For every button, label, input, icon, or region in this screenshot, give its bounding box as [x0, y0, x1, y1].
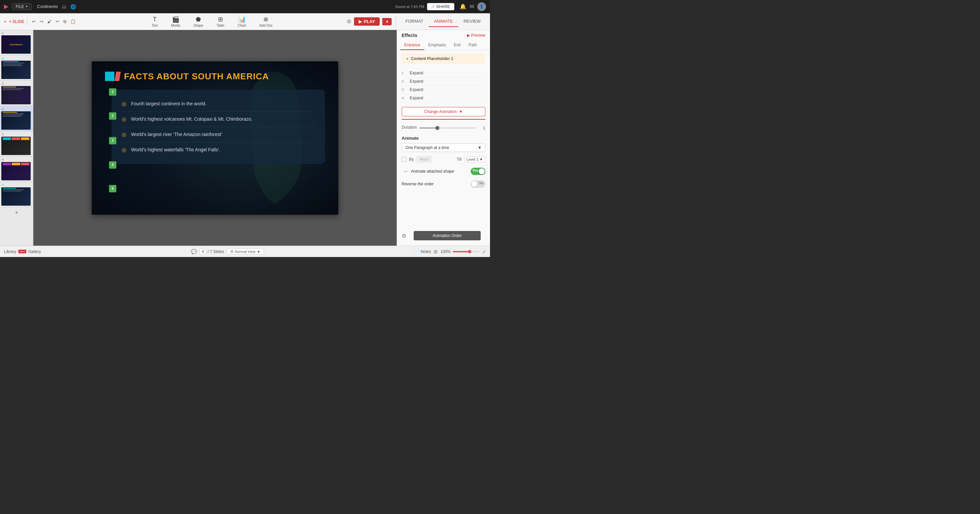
till-label: Till: [457, 157, 462, 162]
scissors-button[interactable]: ✂: [54, 18, 61, 25]
play-dropdown-button[interactable]: ▼: [382, 18, 392, 25]
user-avatar[interactable]: 👤: [477, 2, 486, 11]
globe-icon[interactable]: 🌐: [70, 4, 76, 10]
library-button[interactable]: Library New: [4, 249, 26, 254]
tab-format[interactable]: FORMAT: [400, 16, 429, 27]
change-animation-button[interactable]: Change Animation ▼: [402, 107, 485, 116]
toolbar-media-item[interactable]: 🎬 Media: [168, 14, 183, 29]
redo-button[interactable]: ↪: [38, 18, 45, 25]
facts-box[interactable]: ◎ Fourth largest continent in the world.…: [112, 90, 325, 164]
bottom-bar: Library New Gallery 💬 4 / 7 Slides ⊟ Nor…: [0, 246, 490, 257]
cp-title: Content Placeholder 1: [411, 56, 453, 61]
accent-bar: [105, 72, 120, 81]
expand-item-3[interactable]: 3 Expand: [402, 86, 485, 94]
animate-title: Animate: [402, 136, 485, 141]
notification-icon[interactable]: 🔔: [460, 3, 466, 10]
add-slide-button[interactable]: + + SLIDE: [4, 19, 24, 24]
tab-exit[interactable]: Exit: [450, 41, 465, 50]
play-button[interactable]: ▶ PLAY: [354, 18, 380, 25]
duration-slider[interactable]: [419, 127, 476, 129]
tab-review[interactable]: REVIEW: [458, 16, 486, 27]
preview-button[interactable]: ▶ Preview: [467, 33, 485, 38]
cp-header: ▼ Content Placeholder 1: [406, 56, 481, 61]
bottom-left: Library New Gallery: [4, 249, 41, 254]
toolbar-right: ⚙ ▶ PLAY ▼: [347, 18, 392, 25]
slide-thumb-7[interactable]: 7: [0, 182, 33, 207]
slide-7-preview: [2, 187, 31, 206]
animate-paragraph-dropdown[interactable]: One Paragraph at a time ▼: [402, 143, 485, 152]
expand-item-4[interactable]: 4 Expand: [402, 94, 485, 102]
toolbar-chart-item[interactable]: 📊 Chart: [235, 14, 248, 29]
slide-thumb-1[interactable]: 1 CONTINENTS: [0, 30, 33, 55]
app-logo: ▶: [4, 3, 8, 10]
folder-icon[interactable]: 🗂: [62, 4, 66, 10]
animate-shape-row: → Animate attached shape Yes: [397, 165, 490, 178]
chart-toolbar-icon: 📊: [238, 16, 246, 23]
title-white: FACTS ABOUT: [124, 71, 192, 81]
toolbar-addons-item[interactable]: ⊕ Add-Ons: [257, 14, 275, 29]
file-menu-button[interactable]: FILE ▼: [12, 3, 32, 10]
effects-tabs: Entrance Emphasis Exit Path: [397, 41, 490, 50]
toolbar-text-item[interactable]: T Text: [149, 15, 160, 29]
saved-status: Saved at 7:45 PM: [395, 5, 424, 9]
toolbar-shape-item[interactable]: ⬟ Shape: [191, 14, 206, 29]
expand-item-1[interactable]: 1 Expand: [402, 69, 485, 77]
toolbar-table-item[interactable]: ⊞ Table: [214, 14, 227, 29]
tab-entrance[interactable]: Entrance: [400, 41, 424, 50]
bottom-center: 💬 4 / 7 Slides ⊟ Normal View ▼: [191, 248, 264, 255]
add-slide-icon-btn[interactable]: +: [0, 207, 33, 218]
undo-button[interactable]: ↩: [30, 18, 38, 25]
slide-thumb-3[interactable]: 3: [0, 81, 33, 106]
settings-gear-icon[interactable]: ⚙: [402, 233, 406, 239]
tab-animate[interactable]: ANIMATE: [429, 16, 458, 27]
tab-path[interactable]: Path: [465, 41, 481, 50]
slide-thumb-2[interactable]: 2: [0, 55, 33, 81]
animation-order-button[interactable]: Animation Order: [414, 231, 480, 240]
fact-2: ◎ World's highest volcanoes Mt. Cotopaxi…: [122, 112, 315, 127]
play-triangle-icon: ▶: [359, 19, 362, 24]
top-right-icons: 🔔 ✉ 👤: [460, 2, 486, 11]
gallery-button[interactable]: Gallery: [28, 249, 41, 254]
paint-button[interactable]: 🖌: [45, 18, 54, 25]
by-checkbox[interactable]: [402, 157, 406, 162]
chat-icon[interactable]: 💬: [191, 249, 197, 254]
zoom-slider[interactable]: [453, 251, 479, 252]
fullscreen-icon[interactable]: ⤢: [482, 249, 486, 254]
toggle-no-label: No: [479, 181, 484, 185]
animate-shape-toggle[interactable]: Yes: [471, 168, 485, 175]
slide-header: FACTS ABOUT SOUTH AMERICA: [105, 71, 325, 82]
grid-icon[interactable]: ⊞: [434, 249, 438, 254]
slide-counter: 4 / 7 Slides: [199, 249, 224, 255]
notes-button[interactable]: 📄 Notes: [414, 249, 431, 254]
cp-collapse-icon[interactable]: ▼: [406, 57, 409, 60]
copy-button[interactable]: ⧉: [61, 18, 68, 25]
slide-canvas[interactable]: FACTS ABOUT SOUTH AMERICA 1 2 3 4: [92, 61, 338, 215]
message-icon[interactable]: ✉: [470, 3, 474, 10]
slide-thumb-5[interactable]: 5: [0, 131, 33, 157]
by-till-row: By Word Till Level 1 ▼: [397, 154, 490, 165]
addons-toolbar-icon: ⊕: [263, 16, 268, 23]
slide-5-preview: [2, 137, 31, 155]
toolbar: + + SLIDE ↩ ↪ 🖌 ✂ ⧉ 📋 T Text 🎬 Media ⬟ S…: [0, 13, 490, 30]
toolbar-divider: [27, 18, 27, 25]
expand-item-2[interactable]: 2 Expand: [402, 77, 485, 86]
paste-button[interactable]: 📋: [68, 18, 78, 25]
effects-title: Effects: [402, 33, 417, 38]
view-icon: ⊟: [230, 249, 233, 254]
chevron-down-icon: ▼: [459, 109, 463, 114]
gear-button[interactable]: ⚙: [347, 18, 352, 25]
till-level-dropdown[interactable]: Level 1 ▼: [465, 156, 485, 162]
reverse-order-toggle[interactable]: No: [471, 180, 485, 188]
rp-red-divider: [402, 119, 485, 120]
slide-1-preview: CONTINENTS: [2, 35, 31, 54]
share-button[interactable]: ↗ SHARE: [427, 3, 454, 10]
tab-emphasis[interactable]: Emphasis: [424, 41, 450, 50]
slide-thumb-4[interactable]: 4: [0, 106, 33, 131]
fact-icon-1: ◎: [122, 101, 126, 107]
normal-view-button[interactable]: ⊟ Normal View ▼: [227, 248, 264, 255]
panel-tabs-right: FORMAT ANIMATE REVIEW: [396, 16, 486, 27]
slide-thumb-6[interactable]: 6: [0, 157, 33, 182]
view-chevron-icon: ▼: [257, 250, 260, 254]
fact-4: ◎ World's highest waterfalls 'The Angel …: [122, 142, 315, 158]
title-orange: SOUTH AMERICA: [192, 71, 269, 81]
